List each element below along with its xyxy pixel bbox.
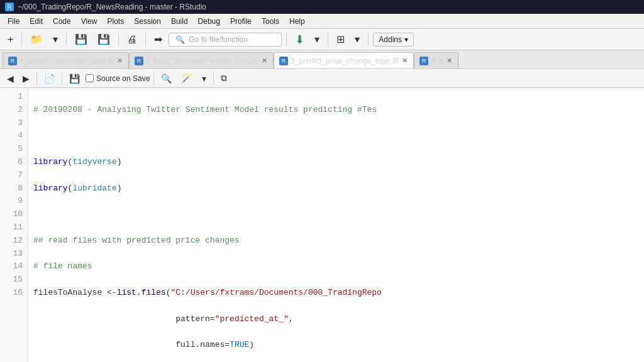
menu-debug[interactable]: Debug: [193, 16, 225, 27]
tab-4-close[interactable]: ✕: [446, 57, 453, 65]
line-numbers: 1 2 3 4 5 6 7 8 9 10 11 12 13 14 15 16: [0, 88, 28, 362]
open-file-button[interactable]: 📁: [26, 31, 47, 47]
editor-divider-4: [213, 72, 214, 85]
menu-tools[interactable]: Tools: [257, 16, 284, 27]
show-in-files-button[interactable]: 📄: [41, 72, 58, 85]
menu-profile[interactable]: Profile: [225, 16, 257, 27]
code-line-7: # file names: [33, 260, 639, 273]
menu-build[interactable]: Build: [166, 16, 193, 27]
menu-edit[interactable]: Edit: [25, 16, 48, 27]
window-title: ~/000_TradingRepo/R_NewsReading - master…: [18, 3, 206, 11]
code-line-8: filesToAnalyse <-list.files("C:/Users/fx…: [33, 287, 639, 300]
open-recent-button[interactable]: ▾: [49, 31, 62, 47]
back-button[interactable]: ◀: [4, 72, 17, 85]
go-to-file-input[interactable]: 🔍 Go to file/function: [169, 33, 282, 47]
tab-3-icon: R: [279, 57, 288, 65]
new-file-button[interactable]: +: [4, 32, 17, 47]
menu-file[interactable]: File: [3, 16, 25, 27]
go-to-file-label: Go to file/function: [189, 35, 247, 44]
tab-4-icon: R: [419, 57, 428, 65]
forward-button[interactable]: ▶: [19, 72, 33, 85]
grid-dropdown-button[interactable]: ▾: [351, 31, 364, 47]
source-on-save-checkbox[interactable]: [86, 74, 94, 82]
menu-help[interactable]: Help: [284, 16, 310, 27]
editor-divider-2: [62, 72, 62, 85]
tab-4[interactable]: R 4_a ✕: [414, 52, 458, 69]
copy-button[interactable]: ⧉: [218, 72, 230, 85]
menu-view[interactable]: View: [76, 16, 103, 27]
toolbar-divider-1: [21, 33, 22, 47]
editor-divider-1: [36, 72, 37, 85]
print-button[interactable]: 🖨: [123, 32, 141, 47]
editor-toolbar: ◀ ▶ 📄 💾 Source on Save 🔍 🪄 ▾ ⧉: [0, 69, 644, 88]
search-icon: 🔍: [175, 35, 185, 44]
code-line-6: ## read files with predicted price chang…: [33, 234, 639, 248]
code-line-4: library(lubridate): [33, 182, 639, 195]
addins-button[interactable]: Addins ▾: [373, 33, 414, 47]
tab-3-label: 3_predict_price_change_topic.R: [291, 57, 399, 65]
code-line-10: full.names=TRUE): [33, 339, 639, 352]
menu-plots[interactable]: Plots: [103, 16, 130, 27]
tab-3-close[interactable]: ✕: [401, 57, 408, 65]
toolbar-divider-6: [328, 33, 328, 47]
run-button[interactable]: ⬇: [291, 31, 308, 48]
code-content[interactable]: # 20190208 - Analysing Twitter Sentiment…: [28, 88, 644, 362]
app-icon: R: [5, 3, 14, 11]
toolbar-divider-3: [118, 33, 119, 47]
tab-2-close[interactable]: ✕: [261, 57, 268, 65]
tab-2-icon: R: [135, 57, 143, 65]
tab-bar: R 1_collect_sentiment_topic.R ✕ R 2_trai…: [0, 50, 644, 69]
toolbar-divider-5: [286, 33, 287, 47]
code-line-5: [33, 208, 639, 221]
toolbar-divider-4: [145, 33, 146, 47]
save-editor-button[interactable]: 💾: [66, 72, 83, 85]
run-dropdown-button[interactable]: ▾: [311, 31, 323, 47]
tab-1-close[interactable]: ✕: [116, 57, 123, 65]
code-line-9: pattern="predicted_at_",: [33, 313, 639, 326]
toolbar-divider-7: [368, 33, 369, 47]
editor-area: 1 2 3 4 5 6 7 8 9 10 11 12 13 14 15 16 #…: [0, 88, 644, 362]
grid-button[interactable]: ⊞: [333, 31, 348, 47]
menu-session[interactable]: Session: [129, 16, 166, 27]
go-forward-button[interactable]: ➡: [150, 31, 166, 47]
code-line-1: # 20190208 - Analysing Twitter Sentiment…: [33, 104, 639, 117]
tab-1-icon: R: [8, 57, 17, 65]
code-line-2: [33, 129, 639, 143]
toolbar: + 📁 ▾ 💾 💾 🖨 ➡ 🔍 Go to file/function ⬇ ▾ …: [0, 29, 644, 50]
addins-dropdown-icon: ▾: [404, 35, 408, 44]
dropdown-button[interactable]: ▾: [199, 72, 209, 85]
source-on-save-group: Source on Save: [86, 74, 150, 83]
title-bar: R ~/000_TradingRepo/R_NewsReading - mast…: [0, 0, 644, 14]
menu-code[interactable]: Code: [48, 16, 76, 27]
toolbar-divider-2: [66, 33, 67, 47]
tab-1[interactable]: R 1_collect_sentiment_topic.R ✕: [3, 52, 129, 69]
save-all-button[interactable]: 💾: [94, 31, 114, 47]
addins-label: Addins: [379, 35, 402, 44]
magic-wand-button[interactable]: 🪄: [177, 71, 196, 85]
search-button[interactable]: 🔍: [158, 72, 175, 85]
tab-3[interactable]: R 3_predict_price_change_topic.R ✕: [274, 52, 414, 69]
tab-1-label: 1_collect_sentiment_topic.R: [19, 57, 114, 65]
tab-4-label: 4_a: [431, 57, 443, 65]
code-line-3: library(tidyverse): [33, 156, 639, 169]
editor-divider-3: [153, 72, 154, 85]
tab-2[interactable]: R 2_train_sentiment_model_topic.R ✕: [129, 52, 274, 69]
source-on-save-label: Source on Save: [96, 74, 150, 83]
tab-2-label: 2_train_sentiment_model_topic.R: [146, 57, 258, 65]
menu-bar: File Edit Code View Plots Session Build …: [0, 14, 644, 29]
save-button[interactable]: 💾: [71, 31, 91, 47]
